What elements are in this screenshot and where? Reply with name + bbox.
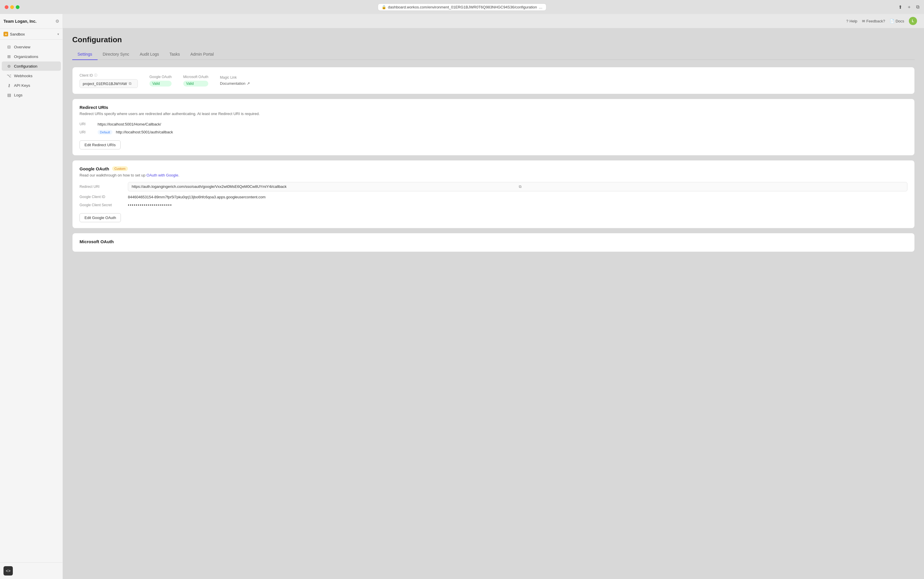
google-oauth-field: Google OAuth Valid: [149, 75, 172, 87]
client-id-input[interactable]: project_01ERG1BJWYAW ⧉: [80, 79, 138, 88]
default-badge: Default: [98, 130, 113, 134]
tab-settings[interactable]: Settings: [72, 49, 98, 60]
main-content: Configuration Settings Directory Sync Au…: [63, 28, 924, 579]
file-text-icon: ▤: [7, 93, 11, 97]
grid-icon: ⊞: [7, 54, 11, 59]
uri-value-2: http://localhost:5001/auth/callback: [116, 130, 173, 134]
microsoft-oauth-card: Microsoft OAuth: [72, 233, 915, 252]
page-title: Configuration: [72, 35, 915, 44]
google-oauth-title: Google OAuth: [80, 166, 109, 171]
env-selector[interactable]: ◈ Sandbox ▾: [0, 29, 63, 39]
main-area: ? Help ✉ Feedback? 📄 Docs L Configuratio…: [63, 14, 924, 579]
redirect-uris-description: Redirect URIs specify where users are re…: [80, 111, 908, 117]
settings-icon[interactable]: ⚙: [56, 19, 59, 24]
redirect-uris-title: Redirect URIs: [80, 105, 908, 110]
url-bar[interactable]: 🔒 dashboard.workos.com/environment_01ERG…: [378, 3, 546, 11]
feedback-icon: ✉: [862, 19, 865, 23]
sidebar-item-organizations[interactable]: ⊞ Organizations: [2, 52, 61, 61]
traffic-lights: [5, 5, 20, 9]
avatar[interactable]: L: [909, 17, 917, 25]
google-oauth-status: Valid: [149, 81, 172, 87]
copy-icon[interactable]: ⧉: [129, 81, 131, 86]
tab-directory-sync[interactable]: Directory Sync: [98, 49, 134, 60]
uri-label-1: URI: [80, 122, 94, 126]
sidebar-header: Team Logan, Inc. ⚙: [0, 14, 63, 29]
uri-label-2: URI: [80, 130, 94, 134]
oauth-with-google-link[interactable]: OAuth with Google: [147, 173, 178, 177]
sidebar-item-label: Organizations: [14, 54, 38, 59]
google-client-id-row: Google Client ID 844604653154-89mm7fpr5l…: [80, 195, 908, 199]
docs-icon: 📄: [890, 19, 894, 23]
titlebar-controls: ⬆ ＋ ⧉: [898, 4, 919, 10]
more-icon: …: [539, 5, 542, 9]
lock-icon: 🔒: [382, 5, 386, 9]
sidebar-item-label: Webhooks: [14, 74, 33, 78]
brand-name: Team Logan, Inc.: [3, 19, 36, 24]
tab-audit-logs[interactable]: Audit Logs: [134, 49, 164, 60]
sidebar-item-overview[interactable]: ⊟ Overview: [2, 42, 61, 52]
redirect-uri-row: Redirect URI https://auth.logangingerich…: [80, 182, 908, 191]
sidebar-item-label: Overview: [14, 45, 30, 49]
env-label: Sandbox: [10, 32, 56, 36]
bookmark-icon: ⊟: [7, 44, 11, 49]
terminal-icon: ⌥: [7, 74, 11, 78]
sidebar-item-configuration[interactable]: ⊜ Configuration: [2, 61, 61, 71]
sidebar-item-webhooks[interactable]: ⌥ Webhooks: [2, 71, 61, 80]
sidebar-bottom: <>: [0, 563, 63, 579]
maximize-button[interactable]: [16, 5, 20, 9]
tabs-icon[interactable]: ⧉: [916, 4, 919, 10]
help-icon: ?: [846, 19, 848, 23]
sidebar: Team Logan, Inc. ⚙ ◈ Sandbox ▾ ⊟ Overvie…: [0, 14, 63, 579]
minimize-button[interactable]: [10, 5, 14, 9]
client-id-label: Client ID ⓘ: [80, 73, 138, 77]
docs-link[interactable]: 📄 Docs: [890, 19, 904, 23]
url-text: dashboard.workos.com/environment_01ERG1B…: [388, 5, 537, 9]
microsoft-oauth-header: Microsoft OAuth: [80, 239, 908, 244]
feedback-link[interactable]: ✉ Feedback?: [862, 19, 885, 23]
sidebar-item-label: Configuration: [14, 64, 37, 69]
client-id-card: Client ID ⓘ project_01ERG1BJWYAW ⧉ Googl…: [72, 67, 915, 94]
microsoft-oauth-status: Valid: [183, 81, 208, 87]
sidebar-item-logs[interactable]: ▤ Logs: [2, 90, 61, 100]
help-link[interactable]: ? Help: [846, 19, 857, 23]
share-icon[interactable]: ⬆: [898, 4, 902, 10]
google-oauth-card: Google OAuth Custom Read our walkthrough…: [72, 160, 915, 228]
titlebar: 🔒 dashboard.workos.com/environment_01ERG…: [0, 0, 924, 14]
microsoft-oauth-field: Microsoft OAuth Valid: [183, 75, 208, 87]
redirect-uris-card: Redirect URIs Redirect URIs specify wher…: [72, 99, 915, 155]
magic-link-field: Magic Link Documentation ↗: [220, 75, 250, 86]
key-icon: ⚷: [7, 83, 11, 88]
client-id-field: Client ID ⓘ project_01ERG1BJWYAW ⧉: [80, 73, 138, 88]
google-client-secret-row: Google Client Secret •••••••••••••••••••…: [80, 203, 908, 208]
tab-tasks[interactable]: Tasks: [164, 49, 185, 60]
google-client-id-value: 844604653154-89mm7fpr5l7pku0qrj13jbo6hfc…: [128, 195, 908, 199]
sliders-icon: ⊜: [7, 64, 11, 69]
edit-google-oauth-button[interactable]: Edit Google OAuth: [80, 213, 121, 222]
tab-admin-portal[interactable]: Admin Portal: [185, 49, 219, 60]
google-client-id-label: Google Client ID: [80, 195, 123, 199]
close-button[interactable]: [5, 5, 8, 9]
copy-redirect-uri-icon[interactable]: ⧉: [519, 184, 904, 189]
env-icon: ◈: [3, 32, 8, 36]
chevron-down-icon: ▾: [57, 32, 59, 36]
google-oauth-label: Google OAuth: [149, 75, 172, 79]
info-icon: ⓘ: [94, 73, 97, 77]
new-tab-icon[interactable]: ＋: [907, 4, 911, 10]
sidebar-item-label: API Keys: [14, 83, 30, 88]
redirect-uri-label: Redirect URI: [80, 185, 123, 189]
sidebar-item-label: Logs: [14, 93, 23, 97]
magic-link-label: Magic Link: [220, 75, 250, 80]
microsoft-oauth-title: Microsoft OAuth: [80, 239, 114, 244]
uri-row-2: URI Default http://localhost:5001/auth/c…: [80, 130, 908, 134]
topbar: ? Help ✉ Feedback? 📄 Docs L: [63, 14, 924, 28]
redirect-uri-field: https://auth.logangingerich.com/sso/oaut…: [128, 182, 908, 191]
edit-redirect-uris-button[interactable]: Edit Redirect URIs: [80, 141, 121, 149]
google-client-secret-value: ••••••••••••••••••••••: [128, 203, 908, 208]
documentation-link[interactable]: Documentation ↗: [220, 81, 250, 86]
google-oauth-desc: Read our walkthrough on how to set up OA…: [80, 173, 908, 177]
code-icon[interactable]: <>: [3, 566, 13, 576]
sidebar-item-api-keys[interactable]: ⚷ API Keys: [2, 81, 61, 90]
external-link-icon: ↗: [247, 81, 250, 86]
uri-value-1: https://localhost:5001/Home/Callback/: [98, 122, 161, 126]
tab-bar: Settings Directory Sync Audit Logs Tasks…: [72, 49, 915, 60]
